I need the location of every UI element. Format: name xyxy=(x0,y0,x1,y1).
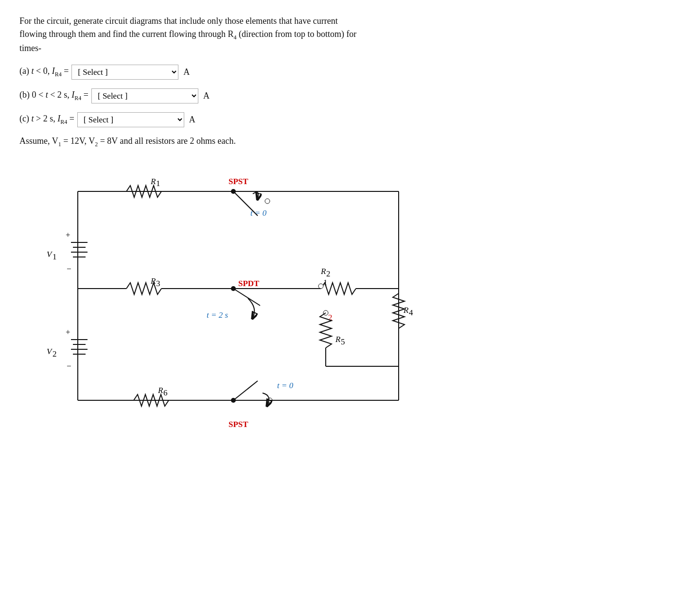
r3-sub: 3 xyxy=(156,279,160,288)
part-a-unit: A xyxy=(183,67,190,77)
part-b-unit: A xyxy=(203,91,210,101)
spdt-label: SPDT xyxy=(238,279,260,288)
part-c-select[interactable]: [ Select ] 0 1 2 3 4 5 6 xyxy=(77,112,184,127)
r5-sub: 5 xyxy=(341,337,345,346)
problem-description: For the circuit, generate circuit diagra… xyxy=(19,15,457,55)
part-c-row: (c) t > 2 s, IR4 = [ Select ] 0 1 2 3 4 … xyxy=(19,112,666,127)
part-a-label: (a) t < 0, IR4 = xyxy=(19,66,69,78)
svg-line-22 xyxy=(233,381,258,400)
circuit-svg: text { font-family: "Times New Roman", T… xyxy=(19,162,457,449)
spdt-pos1: 1 xyxy=(323,278,328,287)
spst-bottom-label: SPST xyxy=(228,420,248,429)
r4-sub: 4 xyxy=(409,308,413,317)
v1-minus: − xyxy=(67,264,71,274)
spst-top-arrow xyxy=(253,192,258,199)
part-c-label: (c) t > 2 s, IR4 = xyxy=(19,114,74,126)
spst-top-label: SPST xyxy=(228,177,248,186)
r5-label: R xyxy=(335,335,341,344)
r4-label: R xyxy=(403,306,409,315)
part-b-label: (b) 0 < t < 2 s, IR4 = xyxy=(19,90,88,102)
part-b-select[interactable]: [ Select ] 0 1 2 3 4 5 6 xyxy=(91,88,198,103)
spdt-terminal-1 xyxy=(318,284,323,289)
part-a-row: (a) t < 0, IR4 = [ Select ] 0 1 2 3 4 5 … xyxy=(19,65,666,80)
v2-plus: + xyxy=(66,327,70,337)
t0-label-top: t = 0 xyxy=(250,208,267,218)
v1-sub: 1 xyxy=(53,252,57,261)
r2-sub: 2 xyxy=(326,269,331,278)
r6-label: R xyxy=(158,386,163,395)
circuit-diagram: text { font-family: "Times New Roman", T… xyxy=(19,162,457,444)
r1-sub: 1 xyxy=(156,179,160,188)
r1-label: R xyxy=(150,177,156,186)
part-a-select[interactable]: [ Select ] 0 1 2 3 4 5 6 xyxy=(71,65,178,80)
t0-label-bottom: t = 0 xyxy=(277,381,294,390)
v2-minus: − xyxy=(67,361,71,371)
r6-sub: 6 xyxy=(163,388,168,397)
v1-plus: + xyxy=(66,230,70,240)
spst-top-open xyxy=(265,199,270,204)
part-b-row: (b) 0 < t < 2 s, IR4 = [ Select ] 0 1 2 … xyxy=(19,88,666,103)
svg-line-16 xyxy=(233,289,260,306)
assumption-text: Assume, V1 = 12V, V2 = 8V and all resist… xyxy=(19,136,666,148)
r2-label: R xyxy=(320,267,326,276)
part-c-unit: A xyxy=(189,115,195,125)
v2-sub: 2 xyxy=(53,349,57,359)
t2s-label: t = 2 s xyxy=(207,310,228,320)
